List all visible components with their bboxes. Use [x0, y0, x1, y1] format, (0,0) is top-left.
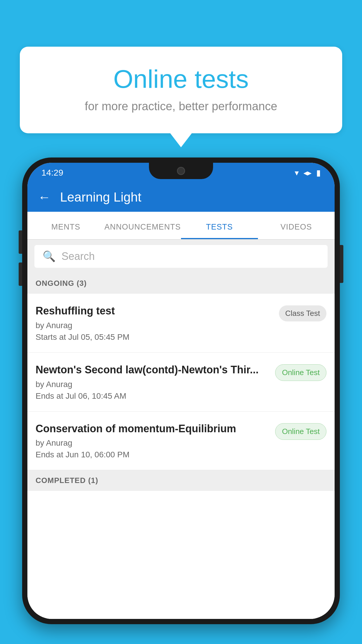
tests-list: Reshuffling test by Anurag Starts at Jul…: [27, 294, 335, 619]
app-header: ← Learning Light: [27, 183, 335, 212]
bubble-title: Online tests: [37, 64, 325, 94]
test-badge-2: Online Test: [275, 364, 326, 381]
ongoing-section-header: ONGOING (3): [27, 273, 335, 294]
ongoing-label: ONGOING (3): [36, 279, 87, 288]
power-button: [340, 245, 343, 283]
tab-assignments[interactable]: MENTS: [27, 216, 104, 239]
test-item-conservation[interactable]: Conservation of momentum-Equilibrium by …: [27, 412, 335, 470]
app-title: Learning Light: [60, 190, 141, 204]
volume-down-button: [19, 262, 22, 286]
test-badge-1: Class Test: [279, 305, 326, 321]
search-input-wrapper[interactable]: 🔍 Search: [34, 245, 328, 268]
completed-section-header: COMPLETED (1): [27, 470, 335, 491]
phone-frame: 14:29 ▾ ◂▸ ▮ ← Learning Light MENTS ANNO…: [22, 158, 340, 624]
tabs-bar: MENTS ANNOUNCEMENTS TESTS VIDEOS: [27, 212, 335, 240]
completed-label: COMPLETED (1): [36, 476, 98, 485]
back-button[interactable]: ←: [38, 190, 51, 204]
test-author-2: by Anurag: [36, 380, 269, 389]
battery-icon: ▮: [316, 168, 321, 178]
search-icon: 🔍: [43, 250, 56, 262]
status-icons: ▾ ◂▸ ▮: [295, 168, 321, 178]
test-author-3: by Anurag: [36, 438, 269, 448]
test-time-2: Ends at Jul 06, 10:45 AM: [36, 391, 269, 401]
wifi-icon: ▾: [295, 168, 299, 178]
search-container: 🔍 Search: [27, 240, 335, 273]
test-time-3: Ends at Jun 10, 06:00 PM: [36, 450, 269, 459]
tab-announcements[interactable]: ANNOUNCEMENTS: [104, 216, 181, 239]
front-camera: [177, 167, 185, 175]
test-info-3: Conservation of momentum-Equilibrium by …: [36, 422, 269, 460]
tab-videos[interactable]: VIDEOS: [258, 216, 335, 239]
test-name-3: Conservation of momentum-Equilibrium: [36, 422, 269, 436]
status-time: 14:29: [41, 168, 63, 178]
phone-screen: 14:29 ▾ ◂▸ ▮ ← Learning Light MENTS ANNO…: [27, 163, 335, 619]
speech-bubble: Online tests for more practice, better p…: [20, 47, 342, 133]
tab-tests[interactable]: TESTS: [181, 216, 258, 239]
test-info-2: Newton's Second law(contd)-Newton's Thir…: [36, 363, 269, 401]
signal-icon: ◂▸: [303, 168, 312, 178]
search-input[interactable]: Search: [61, 250, 95, 262]
test-name-1: Reshuffling test: [36, 304, 273, 318]
phone-container: 14:29 ▾ ◂▸ ▮ ← Learning Light MENTS ANNO…: [22, 158, 340, 644]
bubble-subtitle: for more practice, better performance: [37, 100, 325, 113]
test-time-1: Starts at Jul 05, 05:45 PM: [36, 332, 273, 342]
phone-notch: [149, 163, 213, 179]
volume-up-button: [19, 230, 22, 254]
test-item-reshuffling[interactable]: Reshuffling test by Anurag Starts at Jul…: [27, 294, 335, 353]
test-author-1: by Anurag: [36, 321, 273, 330]
test-name-2: Newton's Second law(contd)-Newton's Thir…: [36, 363, 269, 377]
test-info-1: Reshuffling test by Anurag Starts at Jul…: [36, 304, 273, 342]
test-item-newton[interactable]: Newton's Second law(contd)-Newton's Thir…: [27, 353, 335, 412]
test-badge-3: Online Test: [275, 423, 326, 440]
